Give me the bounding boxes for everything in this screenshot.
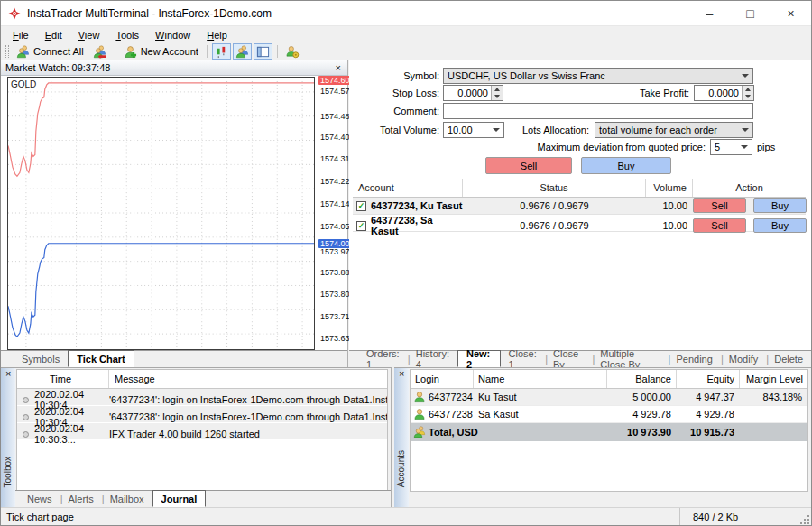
row-buy-button[interactable]: Buy xyxy=(753,218,807,233)
margin-level-cell: 843.18% xyxy=(740,392,807,402)
bid-line xyxy=(8,244,314,337)
toolbox-close-icon[interactable]: × xyxy=(4,369,13,379)
price-axis-label: 1574.48 xyxy=(320,112,350,121)
minimize-button[interactable]: – xyxy=(689,1,730,25)
total-accounts-icon xyxy=(413,426,426,438)
toolbar-separator xyxy=(277,45,278,58)
tab-close-by[interactable]: Close By xyxy=(545,351,592,367)
tab-delete[interactable]: Delete xyxy=(766,351,811,367)
disconnect-all-button[interactable] xyxy=(88,44,111,60)
table-row: 64377238 Sa Kasut 4 929.78 4 929.78 xyxy=(411,406,807,423)
app-window: InstaTrader MultiTerminal - InstaForex-1… xyxy=(0,0,812,526)
col-account: Account xyxy=(353,179,463,197)
stop-loss-stepper[interactable]: 0.0000 xyxy=(443,85,503,101)
toolbar: Connect All New Account xyxy=(1,43,811,60)
tick-chart-area: GOLD 1574.601574.571574.481574.401574.31… xyxy=(1,76,347,349)
sell-button[interactable]: Sell xyxy=(485,157,572,174)
journal-bullet-icon xyxy=(23,431,29,438)
expert-settings-button[interactable] xyxy=(281,44,304,60)
buy-button[interactable]: Buy xyxy=(581,157,671,174)
tick-chart-plot[interactable]: GOLD xyxy=(7,77,315,350)
tab-pending[interactable]: Pending xyxy=(668,351,720,367)
take-profit-spin-buttons[interactable] xyxy=(742,86,753,100)
row-sell-button[interactable]: Sell xyxy=(693,218,746,233)
total-label: Total, USD xyxy=(429,427,478,438)
chevron-down-icon xyxy=(742,74,749,78)
new-order-panel: Symbol: USDCHF, US Dollar vs Swiss Franc… xyxy=(349,60,811,367)
col-name: Name xyxy=(474,370,607,388)
row-buy-button[interactable]: Buy xyxy=(753,198,807,213)
accounts-table: Login Name Balance Equity Margin Level 6… xyxy=(410,369,808,492)
time-cell: 2020.02.04 10:30:3... xyxy=(34,423,109,445)
col-time: Time xyxy=(17,370,109,388)
menu-window[interactable]: Window xyxy=(147,28,198,42)
login-cell: 64377234 xyxy=(429,392,473,402)
total-equity-cell: 10 915.73 xyxy=(677,427,740,438)
toolbox-icon xyxy=(256,45,270,59)
accounts-toggle-button[interactable] xyxy=(233,43,252,60)
menu-help[interactable]: Help xyxy=(198,28,235,42)
take-profit-stepper[interactable]: 0.0000 xyxy=(694,85,754,101)
stop-loss-spin-buttons[interactable] xyxy=(491,86,503,100)
tab-journal[interactable]: Journal xyxy=(152,490,207,507)
total-row: Total, USD 10 973.90 10 915.73 xyxy=(411,423,807,441)
row-sell-button[interactable]: Sell xyxy=(693,198,746,213)
tab-new[interactable]: New: 2 xyxy=(457,350,501,367)
tab-alerts[interactable]: Alerts xyxy=(60,491,102,507)
tab-news[interactable]: News xyxy=(19,491,60,507)
accounts-header-row: Login Name Balance Equity Margin Level xyxy=(411,370,807,389)
resize-grip-icon[interactable] xyxy=(799,513,811,525)
tab-history[interactable]: History: 4 xyxy=(408,351,457,367)
tab-mailbox[interactable]: Mailbox xyxy=(102,491,152,507)
app-icon xyxy=(8,7,21,20)
total-volume-label: Total Volume: xyxy=(349,122,439,138)
account-checkbox[interactable]: ✓ xyxy=(356,221,366,231)
status-cell: 0.9676 / 0.9679 xyxy=(463,220,646,231)
new-account-button[interactable]: New Account xyxy=(119,44,203,60)
symbol-select[interactable]: USDCHF, US Dollar vs Swiss Franc xyxy=(443,68,753,84)
balance-cell: 5 000.00 xyxy=(607,392,677,402)
menu-edit[interactable]: Edit xyxy=(37,28,70,42)
price-axis: 1574.601574.571574.481574.401574.311574.… xyxy=(318,77,348,350)
price-axis-label: 1574.40 xyxy=(320,133,350,142)
price-axis-label: 1574.57 xyxy=(320,87,350,96)
tab-multiple-close-by[interactable]: Multiple Close By xyxy=(592,351,668,367)
col-equity: Equity xyxy=(677,370,740,388)
tab-close[interactable]: Close: 1 xyxy=(501,351,545,367)
close-button[interactable]: × xyxy=(770,1,811,25)
tab-tick-chart[interactable]: Tick Chart xyxy=(68,350,134,367)
menu-tools[interactable]: Tools xyxy=(107,28,147,42)
max-deviation-select[interactable]: 5 xyxy=(710,139,752,155)
volume-cell: 10.00 xyxy=(646,200,693,211)
accounts-close-icon[interactable]: × xyxy=(397,369,406,379)
col-login: Login xyxy=(411,370,474,388)
message-cell: IFX Trader 4.00 build 1260 started xyxy=(109,429,387,439)
menu-view[interactable]: View xyxy=(70,28,108,42)
comment-field[interactable] xyxy=(443,103,753,119)
chevron-down-icon xyxy=(741,145,748,149)
account-user-icon xyxy=(413,391,426,403)
market-watch-close-icon[interactable]: × xyxy=(334,63,343,73)
toolbox-toggle-button[interactable] xyxy=(254,43,272,60)
menu-file[interactable]: File xyxy=(5,28,37,42)
toolbar-grip[interactable] xyxy=(5,45,9,58)
market-watch-toggle-button[interactable] xyxy=(212,43,231,60)
market-watch-icon xyxy=(215,45,228,59)
maximize-button[interactable]: □ xyxy=(730,1,770,25)
account-checkbox[interactable]: ✓ xyxy=(356,201,366,211)
price-axis-label: 1574.22 xyxy=(320,177,350,186)
tab-orders[interactable]: Orders: 1 xyxy=(358,351,408,367)
lots-allocation-select[interactable]: total volume for each order xyxy=(595,122,753,138)
col-volume: Volume xyxy=(646,179,693,197)
journal-table: Time Message 2020.02.04 10:30:4... '6437… xyxy=(16,369,388,492)
tab-symbols[interactable]: Symbols xyxy=(14,351,68,367)
window-title: InstaTrader MultiTerminal - InstaForex-1… xyxy=(27,7,272,20)
tab-modify[interactable]: Modify xyxy=(721,351,766,367)
col-status: Status xyxy=(463,179,646,197)
connect-all-button[interactable]: Connect All xyxy=(12,44,88,60)
col-action: Action xyxy=(693,179,806,197)
message-cell: '64377238': login on InstaForex-1Demo.co… xyxy=(109,411,387,422)
market-watch-title: Market Watch: 09:37:48 xyxy=(5,62,110,73)
accounts-strip-label: Accounts xyxy=(396,450,406,487)
total-balance-cell: 10 973.90 xyxy=(607,427,677,438)
